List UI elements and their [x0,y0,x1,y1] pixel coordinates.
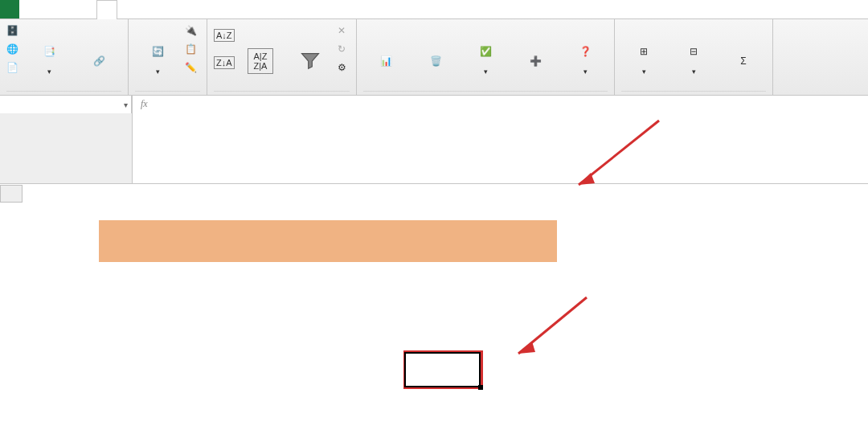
tab-review[interactable] [117,0,137,18]
group-label [135,91,200,93]
group-external-data: 🗄️ 🌐 📄 📑▾ 🔗 [0,19,129,95]
valid-icon: ✅ [473,39,498,64]
formula-buttons: fx [133,96,161,110]
prop-icon: 📋 [185,43,197,55]
existing-conn-button[interactable]: 🔗 [76,23,121,76]
properties-button: 📋 [185,41,200,57]
tab-view[interactable] [137,0,156,18]
consolidate-button[interactable]: ➕ [513,23,558,76]
editlink-icon: ✏️ [185,62,197,73]
access-icon: 🗄️ [6,25,18,36]
chevron-down-icon[interactable]: ▾ [124,100,128,109]
remove-duplicates-button[interactable]: 🗑️ [413,23,458,76]
group-data-tools: 📊 🗑️ ✅▾ ➕ ❓▾ [357,19,615,95]
tab-data[interactable] [96,0,117,19]
name-box[interactable]: ▾ [0,96,132,113]
clear-icon: ✕ [338,25,346,36]
formula-bar: ▾ fx [0,96,868,184]
group-button[interactable]: ⊞▾ [621,23,666,76]
titlebar-controls [833,0,868,18]
group-label [363,91,608,93]
reapply-icon: ↻ [338,43,346,55]
group-outline: ⊞▾ ⊟▾ Σ [615,19,773,95]
refresh-all-button[interactable]: 🔄▾ [135,23,180,76]
edit-links-button: ✏️ [185,59,200,76]
from-access-button[interactable]: 🗄️ [6,23,22,39]
consol-icon: ➕ [522,48,548,74]
sort-asc-button[interactable]: A↓Z [214,27,233,43]
ribbon-tabs [0,0,868,19]
tab-formula[interactable] [77,0,96,18]
tab-home[interactable] [19,0,39,18]
subtotal-button[interactable]: Σ [721,23,766,76]
split-icon: 📊 [373,48,399,74]
sort-asc-icon: A↓Z [214,29,235,42]
group-connections: 🔄▾ 🔌 📋 ✏️ [129,19,207,95]
reapply-button: ↻ [338,41,350,57]
text-icon: 📄 [6,62,18,73]
from-text-button[interactable]: 📄 [6,59,22,76]
text-to-columns-button[interactable]: 📊 [363,23,408,76]
ungroup-icon: ⊟ [681,39,706,64]
advanced-filter-button[interactable]: ⚙ [338,59,350,76]
tab-layout[interactable] [58,0,77,18]
adv-icon: ⚙ [338,62,346,73]
subtotal-icon: Σ [731,48,756,74]
from-web-button[interactable]: 🌐 [6,41,22,57]
data-validation-button[interactable]: ✅▾ [463,23,508,76]
clear-filter-button: ✕ [338,23,350,39]
connections-button[interactable]: 🔌 [185,23,200,39]
refresh-icon: 🔄 [145,39,170,64]
worksheet-grid[interactable] [0,185,868,430]
other-source-icon: 📑 [36,39,62,64]
dedup-icon: 🗑️ [423,48,448,74]
whatif-button[interactable]: ❓▾ [563,23,608,76]
ribbon: 🗄️ 🌐 📄 📑▾ 🔗 🔄▾ 🔌 📋 ✏️ A↓Z Z↓A A|Z [0,19,868,96]
sort-button[interactable]: A|ZZ|A [238,23,283,76]
tab-insert[interactable] [39,0,58,18]
funnel-icon [297,48,323,74]
report-title [99,220,557,262]
whatif-icon: ❓ [572,39,598,64]
sort-desc-icon: Z↓A [214,56,235,69]
group-label [214,91,350,93]
sort-icon: A|ZZ|A [248,48,273,74]
tab-file[interactable] [0,0,19,18]
conn-icon: 🔌 [185,25,197,36]
group-label [621,91,766,93]
ungroup-button[interactable]: ⊟▾ [671,23,716,76]
group-sort-filter: A↓Z Z↓A A|ZZ|A ✕ ↻ ⚙ [207,19,357,95]
tab-dev[interactable] [156,0,175,18]
web-icon: 🌐 [6,43,18,55]
from-other-button[interactable]: 📑▾ [27,23,72,76]
select-all-triangle[interactable] [0,185,23,203]
existing-conn-icon: 🔗 [86,48,112,74]
filter-button[interactable] [288,23,333,76]
formula-input[interactable] [161,96,868,99]
group-label [6,91,121,93]
sort-desc-button[interactable]: Z↓A [214,55,233,71]
fx-icon[interactable]: fx [141,98,148,110]
group-icon: ⊞ [631,39,657,64]
